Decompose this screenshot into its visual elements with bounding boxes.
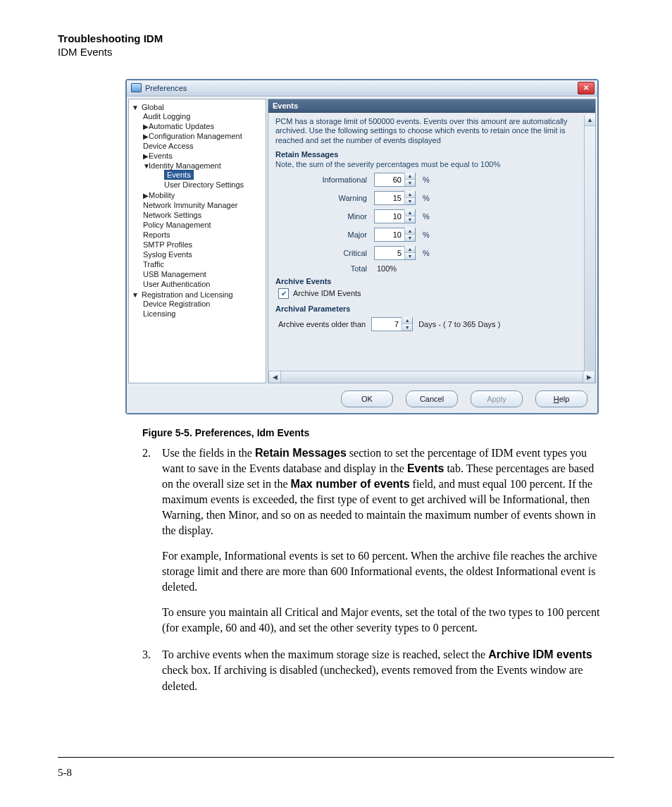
caret-down-icon[interactable]: ▼ [132, 291, 137, 299]
chevron-left-icon[interactable]: ◀ [268, 371, 281, 383]
tree-usb[interactable]: USB Management [143, 270, 206, 278]
chevron-up-icon[interactable]: ▲ [402, 317, 412, 324]
tree-device-access[interactable]: Device Access [143, 142, 194, 150]
input-critical[interactable] [375, 249, 404, 257]
header-subtitle: IDM Events [58, 46, 614, 59]
tree-audit[interactable]: Audit Logging [143, 112, 190, 121]
chevron-down-icon[interactable]: ▼ [405, 198, 415, 204]
caret-down-icon[interactable]: ▼ [143, 162, 149, 170]
tree-dev-reg[interactable]: Device Registration [143, 300, 210, 308]
preferences-dialog: Preferences ✕ ▼Global Audit Logging ▶Aut… [125, 79, 599, 414]
spinner-critical[interactable]: ▲▼ [374, 246, 416, 260]
panel-heading: Events [268, 99, 595, 113]
spinner-minor[interactable]: ▲▼ [374, 209, 416, 223]
chevron-up-icon[interactable]: ▲ [405, 173, 415, 180]
spinner-major[interactable]: ▲▼ [374, 228, 416, 242]
label-warning: Warning [304, 194, 367, 202]
label-critical: Critical [304, 249, 367, 257]
retain-heading: Retain Messages [275, 150, 588, 159]
tree-syslog[interactable]: Syslog Events [143, 250, 192, 259]
spinner-informational[interactable]: ▲▼ [374, 173, 416, 187]
close-icon[interactable]: ✕ [578, 82, 595, 94]
tree-policy-mgmt[interactable]: Policy Management [143, 221, 211, 229]
chevron-up-icon[interactable]: ▲ [405, 209, 415, 216]
chevron-down-icon[interactable]: ▼ [405, 235, 415, 241]
dialog-title: Preferences [145, 84, 187, 92]
ok-button[interactable]: OK [341, 390, 393, 407]
body-text: Use the fields in the Retain Messages se… [142, 445, 600, 694]
horizontal-scrollbar[interactable]: ◀ ▶ [268, 371, 595, 383]
caret-right-icon[interactable]: ▶ [143, 123, 149, 130]
tree-auto-updates[interactable]: Automatic Updates [149, 122, 214, 130]
chevron-down-icon[interactable]: ▼ [405, 216, 415, 223]
caret-right-icon[interactable]: ▶ [143, 152, 149, 160]
tree-smtp[interactable]: SMTP Profiles [143, 240, 192, 249]
figure-caption: Figure 5-5. Preferences, Idm Events [142, 427, 614, 438]
retain-note: Note, the sum of the severity percentage… [275, 160, 588, 168]
input-informational[interactable] [375, 175, 404, 184]
input-warning[interactable] [375, 194, 404, 202]
page-number: 5-8 [58, 767, 72, 779]
input-major[interactable] [375, 230, 404, 239]
chevron-up-icon[interactable]: ▲ [405, 246, 415, 253]
tree-global[interactable]: Global [137, 103, 164, 111]
tree-events[interactable]: Events [149, 152, 173, 160]
monitor-icon [131, 83, 142, 92]
tree-idm[interactable]: Identity Management [149, 161, 221, 170]
checkbox-archive-label: Archive IDM Events [293, 289, 361, 297]
tree-user-auth[interactable]: User Authentication [143, 280, 210, 288]
tree-reports[interactable]: Reports [143, 230, 170, 239]
help-button[interactable]: Help [535, 390, 587, 407]
button-bar: OK Cancel Apply Help [127, 385, 597, 413]
input-archive-days[interactable] [372, 320, 402, 328]
chevron-down-icon[interactable]: ▼ [405, 180, 415, 186]
spinner-archive-days[interactable]: ▲▼ [371, 317, 413, 331]
caret-right-icon[interactable]: ▶ [143, 192, 149, 199]
label-archive-older: Archive events older than [278, 320, 366, 328]
archparam-heading: Archival Parameters [275, 304, 588, 313]
tree-idm-events-selected[interactable]: Events [164, 170, 194, 180]
step-3: To archive events when the maximum stora… [142, 647, 600, 694]
label-major: Major [304, 230, 367, 239]
value-total: 100% [377, 264, 397, 273]
tree-config-mgmt[interactable]: Configuration Management [149, 132, 242, 140]
tree-net-settings[interactable]: Network Settings [143, 211, 201, 219]
apply-button[interactable]: Apply [471, 390, 523, 407]
titlebar: Preferences ✕ [127, 80, 597, 97]
chevron-right-icon[interactable]: ▶ [583, 371, 595, 383]
label-days-range: Days - ( 7 to 365 Days ) [418, 320, 500, 328]
chevron-down-icon[interactable]: ▼ [405, 253, 415, 259]
pct-label: % [423, 175, 430, 184]
tree-user-dir-settings[interactable]: User Directory Settings [164, 180, 244, 189]
page-header: Troubleshooting IDM IDM Events [58, 32, 614, 59]
chevron-down-icon[interactable]: ▼ [402, 324, 412, 331]
label-total: Total [304, 264, 367, 273]
header-title: Troubleshooting IDM [58, 32, 614, 46]
caret-down-icon[interactable]: ▼ [132, 104, 137, 111]
caret-right-icon[interactable]: ▶ [143, 133, 149, 140]
label-informational: Informational [304, 175, 367, 184]
vertical-scrollbar[interactable]: ▲ [584, 115, 595, 371]
panel-intro: PCM has a storage limit of 500000 events… [275, 117, 588, 146]
spinner-warning[interactable]: ▲▼ [374, 191, 416, 205]
step-2: Use the fields in the Retain Messages se… [142, 445, 600, 636]
tree-licensing[interactable]: Licensing [143, 309, 175, 318]
tree-mobility[interactable]: Mobility [149, 191, 175, 199]
right-panel: Events PCM has a storage limit of 500000… [268, 99, 596, 383]
chevron-up-icon[interactable]: ▲ [405, 191, 415, 198]
label-minor: Minor [304, 212, 367, 221]
tree-reg-lic[interactable]: Registration and Licensing [137, 290, 233, 299]
tree-nim[interactable]: Network Immunity Manager [143, 201, 238, 209]
input-minor[interactable] [375, 212, 404, 221]
footer-rule [58, 757, 614, 758]
archive-heading: Archive Events [275, 277, 588, 285]
chevron-up-icon[interactable]: ▲ [585, 115, 595, 126]
chevron-up-icon[interactable]: ▲ [405, 228, 415, 235]
nav-tree: ▼Global Audit Logging ▶Automatic Updates… [128, 99, 266, 383]
tree-traffic[interactable]: Traffic [143, 260, 164, 269]
checkbox-archive-idm[interactable]: ✔ [278, 288, 289, 299]
cancel-button[interactable]: Cancel [406, 390, 458, 407]
